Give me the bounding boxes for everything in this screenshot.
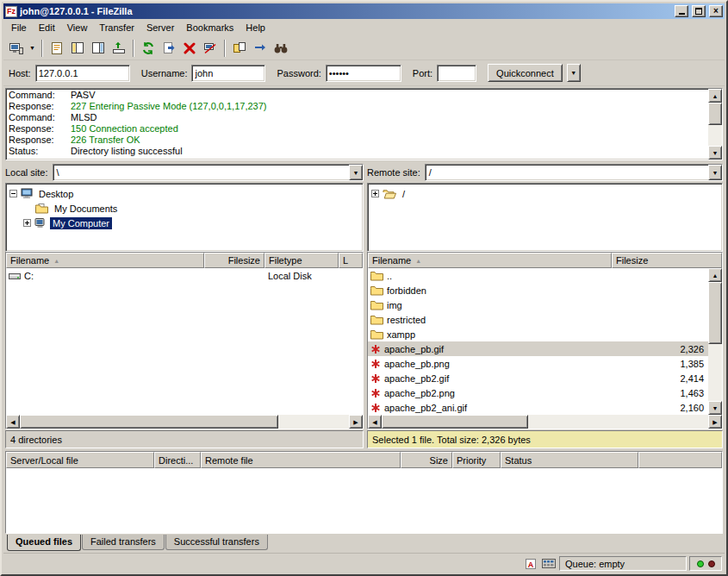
scroll-left-icon[interactable]: ◀ <box>368 415 382 429</box>
scroll-down-icon[interactable]: ▼ <box>708 401 722 415</box>
remote-hscrollbar[interactable]: ◀ ▶ <box>368 415 722 429</box>
column-size[interactable]: Size <box>401 452 452 468</box>
cancel-operation-button[interactable] <box>179 38 200 58</box>
scroll-up-icon[interactable]: ▲ <box>708 89 722 103</box>
tab-failed-transfers[interactable]: Failed transfers <box>82 535 165 550</box>
remote-file-row[interactable]: restricted <box>368 312 708 327</box>
plus-expander-icon[interactable] <box>371 190 379 197</box>
local-site-combo[interactable]: \ ▼ <box>53 164 364 181</box>
column-remote-file[interactable]: Remote file <box>201 452 401 468</box>
column-direction[interactable]: Directi... <box>154 452 201 468</box>
chevron-down-icon[interactable]: ▼ <box>349 165 363 180</box>
tree-row-my-documents[interactable]: My Documents <box>8 201 361 216</box>
tree-item-my-documents[interactable]: My Documents <box>52 203 120 215</box>
process-queue-button[interactable] <box>159 38 179 58</box>
username-input[interactable] <box>191 65 265 82</box>
disconnect-button[interactable] <box>200 38 221 58</box>
remote-file-row[interactable]: apache_pb2.png 1,463 <box>368 385 708 400</box>
sort-ascending-icon: ▲ <box>53 258 59 264</box>
menu-bookmarks[interactable]: Bookmarks <box>180 20 240 35</box>
remote-file-row[interactable]: apache_pb2.gif 2,414 <box>368 371 708 385</box>
toggle-local-tree-button[interactable] <box>67 38 88 58</box>
remote-site-combo[interactable]: / ▼ <box>425 164 723 181</box>
menu-transfer[interactable]: Transfer <box>93 20 140 35</box>
site-manager-dropdown[interactable]: ▼ <box>27 38 38 58</box>
menu-server[interactable]: Server <box>140 20 180 35</box>
tree-item-root[interactable]: / <box>400 188 408 200</box>
ascii-transfer-icon[interactable]: A <box>523 557 538 570</box>
remote-file-cell: apache_pb.gif <box>368 344 612 354</box>
password-input[interactable] <box>326 65 401 82</box>
tree-row-desktop[interactable]: Desktop <box>8 186 361 201</box>
remote-vscrollbar[interactable]: ▲ ▼ <box>708 268 722 415</box>
tree-row-my-computer[interactable]: My Computer <box>8 216 361 230</box>
column-status[interactable]: Status <box>501 452 638 468</box>
menu-view[interactable]: View <box>61 20 94 35</box>
remote-hscroll-thumb[interactable] <box>382 415 528 429</box>
remote-file-row[interactable]: forbidden <box>368 283 708 297</box>
toggle-remote-tree-button[interactable] <box>88 38 109 58</box>
column-filesize[interactable]: Filesize <box>204 253 264 268</box>
column-last-modified[interactable]: L <box>339 253 363 268</box>
local-hscroll-thumb[interactable] <box>20 415 278 429</box>
log-scroll-track[interactable] <box>708 103 722 146</box>
tab-queued-files[interactable]: Queued files <box>7 535 81 551</box>
refresh-button[interactable] <box>138 38 159 58</box>
remote-vscroll-thumb[interactable] <box>708 282 722 344</box>
remote-file-row[interactable]: .. <box>368 268 708 283</box>
column-filename[interactable]: Filename▲ <box>368 253 612 268</box>
remote-hscroll-track[interactable] <box>382 415 708 429</box>
remote-file-row[interactable]: xampp <box>368 327 708 341</box>
local-file-row[interactable]: C: Local Disk <box>6 268 363 283</box>
tree-item-my-computer[interactable]: My Computer <box>50 217 112 229</box>
tree-item-desktop[interactable]: Desktop <box>36 188 76 200</box>
directory-comparison-button[interactable] <box>229 38 250 58</box>
remote-file-row-selected[interactable]: apache_pb.gif 2,326 <box>368 341 708 356</box>
quickconnect-button[interactable]: Quickconnect <box>488 64 563 82</box>
remote-file-cell: .. <box>368 271 612 281</box>
column-filetype[interactable]: Filetype <box>264 253 339 268</box>
close-button[interactable]: × <box>709 5 723 17</box>
local-hscrollbar[interactable]: ◀ ▶ <box>6 415 363 429</box>
site-manager-button[interactable] <box>6 38 27 58</box>
minus-expander-icon[interactable] <box>9 190 17 197</box>
column-server-local-file[interactable]: Server/Local file <box>6 452 154 468</box>
tree-row-root[interactable]: / <box>370 186 720 201</box>
column-filename[interactable]: Filename▲ <box>6 253 204 268</box>
toggle-message-log-button[interactable] <box>47 38 67 58</box>
remote-file-row[interactable]: img <box>368 297 708 312</box>
column-priority[interactable]: Priority <box>452 452 501 468</box>
svg-text:A: A <box>528 560 534 568</box>
find-files-button[interactable] <box>271 38 291 58</box>
remote-site-value: / <box>426 165 708 180</box>
chevron-down-icon[interactable]: ▼ <box>708 165 722 180</box>
remote-file-cell: xampp <box>368 329 612 340</box>
keypad-icon[interactable] <box>541 557 557 570</box>
scroll-right-icon[interactable]: ▶ <box>349 415 363 429</box>
menu-help[interactable]: Help <box>240 20 271 35</box>
tab-successful-transfers[interactable]: Successful transfers <box>165 535 268 550</box>
menu-edit[interactable]: Edit <box>33 20 61 35</box>
synchronized-browsing-button[interactable] <box>250 38 271 58</box>
plus-expander-icon[interactable] <box>23 219 31 227</box>
local-hscroll-track[interactable] <box>20 415 349 429</box>
toggle-transfer-queue-button[interactable] <box>109 38 129 58</box>
remote-file-row[interactable]: apache_pb.png 1,385 <box>368 356 708 371</box>
transfer-queue: Server/Local file Directi... Remote file… <box>5 451 723 534</box>
log-scrollbar[interactable]: ▲ ▼ <box>708 89 722 160</box>
menu-file[interactable]: File <box>5 20 33 35</box>
scroll-left-icon[interactable]: ◀ <box>6 415 20 429</box>
scroll-right-icon[interactable]: ▶ <box>708 415 722 429</box>
maximize-button[interactable] <box>692 5 706 17</box>
quickconnect-dropdown[interactable]: ▼ <box>567 64 581 82</box>
log-scroll-thumb[interactable] <box>708 103 722 125</box>
column-filesize[interactable]: Filesize <box>612 253 722 268</box>
host-input[interactable] <box>35 65 130 82</box>
remote-vscroll-track[interactable] <box>708 282 722 401</box>
remote-file-row[interactable]: apache_pb2_ani.gif 2,160 <box>368 400 708 415</box>
scroll-up-icon[interactable]: ▲ <box>708 268 722 282</box>
port-input[interactable] <box>437 65 476 82</box>
local-file-cell: C: <box>6 271 204 281</box>
scroll-down-icon[interactable]: ▼ <box>708 146 722 160</box>
minimize-button[interactable] <box>675 5 688 17</box>
